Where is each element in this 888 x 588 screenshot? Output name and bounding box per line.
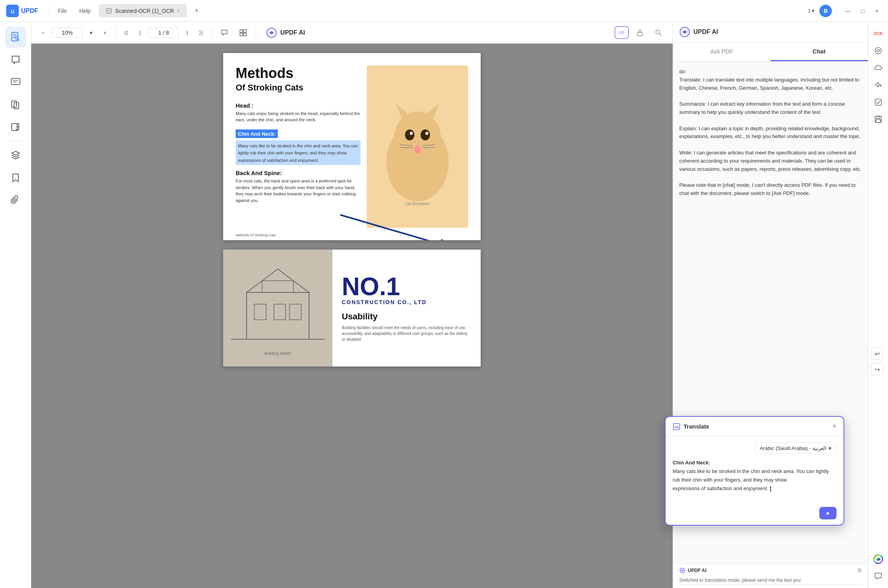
ocr-btn[interactable]: OCR bbox=[871, 27, 885, 41]
svg-point-52 bbox=[684, 31, 686, 33]
translate-popup-title: Aa Translate bbox=[673, 423, 709, 430]
pdf-content-area[interactable]: Methods Of Stroking Cats Head : Many cat… bbox=[31, 44, 673, 588]
chat-side-icon bbox=[874, 572, 883, 581]
ai-rainbow-btn[interactable] bbox=[871, 552, 885, 566]
chat-message: do: Translate: I can translate text into… bbox=[679, 68, 861, 198]
pdf-wrapper: Methods Of Stroking Cats Head : Many cat… bbox=[31, 44, 673, 376]
tab-chat[interactable]: Chat bbox=[771, 43, 868, 61]
page-2-content: Building sketch NO.1 CONSTRUCTION CO., L… bbox=[223, 250, 481, 367]
tab-close-btn[interactable]: × bbox=[177, 8, 180, 14]
zoom-in-btn[interactable]: + bbox=[99, 27, 110, 38]
svg-text:Building sketch: Building sketch bbox=[265, 351, 291, 356]
sidebar-far-right: OCR bbox=[868, 22, 888, 588]
share-btn[interactable] bbox=[871, 78, 885, 92]
sidebar-item-layers[interactable] bbox=[5, 145, 26, 166]
translate-send-btn[interactable]: ➤ bbox=[819, 507, 836, 519]
nav-next-btn[interactable]: ⟩ bbox=[182, 27, 192, 38]
nav-last-btn[interactable]: ⟩⟩ bbox=[195, 27, 207, 38]
svg-point-31 bbox=[410, 132, 413, 135]
updf-logo-icon: U bbox=[6, 5, 19, 17]
page-1-content: Methods Of Stroking Cats Head : Many cat… bbox=[223, 53, 481, 240]
scan-action-btn[interactable] bbox=[871, 44, 885, 58]
divider-1 bbox=[115, 28, 115, 37]
nav-prev-btn[interactable]: ⟨ bbox=[135, 27, 145, 38]
infinity-btn[interactable]: ∞ bbox=[614, 26, 629, 39]
translate-content[interactable]: Chin And Neck: Many cats like to be stro… bbox=[673, 459, 836, 498]
save-btn[interactable] bbox=[871, 112, 885, 126]
zoom-level-display[interactable]: 10% bbox=[52, 28, 83, 38]
translate-popup: Aa Translate × Arabic (Saudi Arabia) - ا… bbox=[665, 416, 844, 526]
edit-document-icon bbox=[10, 32, 21, 43]
translate-popup-body: Arabic (Saudi Arabia) - العربية ▾ Chin A… bbox=[666, 436, 844, 504]
tab-ask-pdf[interactable]: Ask PDF bbox=[673, 43, 771, 61]
search-btn[interactable] bbox=[651, 27, 666, 39]
maximize-btn[interactable]: □ bbox=[858, 6, 867, 16]
svg-rect-16 bbox=[243, 30, 246, 32]
svg-rect-57 bbox=[875, 99, 881, 105]
zoom-dropdown-btn[interactable]: ▾ bbox=[86, 27, 96, 38]
page-num-display: 1 ▾ bbox=[808, 8, 815, 14]
page-indicator-display: 1 / 8 bbox=[148, 28, 179, 38]
svg-rect-9 bbox=[11, 78, 20, 85]
cat-illustration: Cat illustration bbox=[371, 84, 464, 209]
help-menu[interactable]: Help bbox=[75, 5, 94, 16]
usability-text: Building facilities should meet the need… bbox=[342, 325, 471, 342]
nav-first-btn[interactable]: ⟨⟨ bbox=[120, 27, 132, 38]
titlebar: U UPDF File Help Scanned-OCR (1)_OCR × +… bbox=[0, 0, 888, 22]
svg-rect-42 bbox=[223, 253, 332, 363]
sidebar-item-pages[interactable] bbox=[5, 94, 26, 115]
cloud-btn[interactable] bbox=[871, 61, 885, 75]
comment-icon bbox=[10, 77, 21, 88]
active-tab[interactable]: Scanned-OCR (1)_OCR × bbox=[99, 4, 186, 17]
translate-popup-footer: ➤ bbox=[666, 504, 844, 525]
chevron-down-icon: ▾ bbox=[829, 445, 831, 451]
svg-text:U: U bbox=[11, 9, 14, 14]
ai-panel-header: UPDF AI bbox=[673, 22, 868, 43]
sidebar-item-edit[interactable] bbox=[5, 27, 26, 48]
comment-tool-icon bbox=[220, 29, 228, 37]
ai-panel: UPDF AI Ask PDF Chat do: Translate: I ca… bbox=[673, 22, 868, 588]
translate-popup-header: Aa Translate × bbox=[666, 417, 844, 436]
layout-btn[interactable] bbox=[235, 27, 251, 39]
back-section-title: Back And Spine: bbox=[236, 170, 361, 176]
minimize-btn[interactable]: — bbox=[842, 6, 853, 16]
divider-3 bbox=[256, 28, 256, 37]
check-btn[interactable] bbox=[871, 95, 885, 109]
sidebar-item-export[interactable] bbox=[5, 117, 26, 138]
cloud-icon bbox=[874, 64, 883, 72]
center-panel: − 10% ▾ + ⟨⟨ ⟨ 1 / 8 ⟩ ⟩⟩ bbox=[31, 22, 673, 588]
scan-icon bbox=[874, 46, 883, 55]
page-subtitle: Of Stroking Cats bbox=[236, 83, 361, 93]
user-avatar[interactable]: B bbox=[819, 5, 832, 17]
page-title: Methods bbox=[236, 66, 361, 81]
svg-rect-15 bbox=[240, 30, 243, 32]
sidebar-item-annotation[interactable] bbox=[5, 49, 26, 70]
app-logo: U UPDF bbox=[6, 5, 38, 17]
translate-line4: expressions of satisfaction and enjoymen… bbox=[673, 485, 768, 491]
undo-btn[interactable]: ↩ bbox=[871, 347, 883, 360]
redo-btn[interactable]: ↪ bbox=[871, 363, 883, 375]
translate-line2: Many cats like to be stroked in the chin… bbox=[673, 468, 829, 474]
close-btn[interactable]: × bbox=[872, 6, 882, 16]
language-dropdown[interactable]: Arabic (Saudi Arabia) - العربية ▾ bbox=[755, 443, 836, 454]
usability-title: Usability bbox=[342, 312, 471, 322]
new-tab-btn[interactable]: + bbox=[191, 5, 202, 17]
attachment-icon bbox=[10, 195, 21, 206]
lock-btn[interactable] bbox=[632, 27, 648, 39]
chat-side-btn[interactable] bbox=[871, 569, 885, 583]
ai-panel-title: UPDF AI bbox=[693, 28, 718, 35]
share-icon bbox=[874, 81, 883, 89]
divider-2 bbox=[211, 28, 212, 37]
comment-tool-btn[interactable] bbox=[217, 27, 232, 39]
file-menu[interactable]: File bbox=[54, 5, 71, 16]
updf-ai-toolbar-btn[interactable]: UPDF AI bbox=[261, 25, 310, 41]
head-section-title: Head : bbox=[236, 102, 361, 109]
app-name: UPDF bbox=[21, 7, 38, 14]
translate-close-btn[interactable]: × bbox=[832, 422, 836, 430]
sidebar-item-attachment[interactable] bbox=[5, 190, 26, 211]
sidebar-item-comment[interactable] bbox=[5, 72, 26, 93]
svg-point-56 bbox=[875, 48, 881, 54]
sidebar-item-bookmark[interactable] bbox=[5, 167, 26, 188]
zoom-out-btn[interactable]: − bbox=[37, 27, 48, 38]
copy-btn[interactable]: ⧉ bbox=[858, 567, 861, 574]
